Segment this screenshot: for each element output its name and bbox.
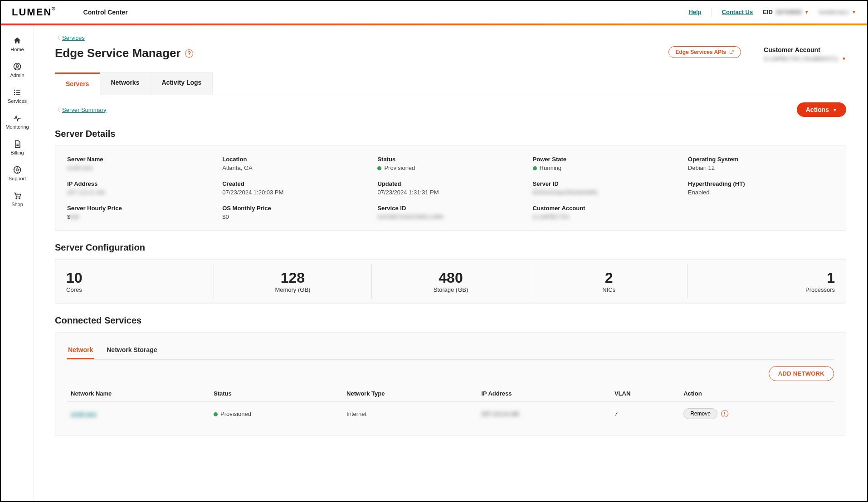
network-name-link[interactable]: smith-test [71, 410, 96, 417]
config-label: Cores [66, 286, 203, 293]
config-cell: 2NICs [530, 264, 688, 299]
status-dot-icon [533, 166, 537, 170]
remove-button[interactable]: Remove [683, 408, 717, 419]
tab-activity-logs[interactable]: Activity Logs [151, 72, 213, 95]
sidebar-item-monitoring[interactable]: Monitoring [1, 109, 34, 135]
edge-apis-button[interactable]: Edge Services APIs [668, 46, 741, 58]
sidebar-item-support[interactable]: Support [1, 161, 34, 187]
help-icon[interactable]: ? [185, 49, 193, 58]
config-value: 480 [383, 270, 519, 286]
config-cell: 480Storage (GB) [371, 264, 530, 299]
chevron-left-icon: 〈 [55, 106, 60, 114]
detail-cell: Customer AccountS-LMPBC75X [533, 205, 679, 220]
config-label: Memory (GB) [225, 286, 361, 293]
svg-point-1 [16, 65, 19, 67]
network-table: Network NameStatusNetwork TypeIP Address… [67, 386, 834, 425]
detail-cell: Created07/23/2024 1:20:03 PM [222, 180, 368, 196]
actions-button[interactable]: Actions ▼ [797, 102, 846, 117]
table-header: VLAN [611, 386, 680, 402]
main-tabs: Servers Networks Activity Logs [55, 72, 846, 95]
detail-value: S-LMPBC75X [533, 213, 679, 220]
config-cell: 10Cores [55, 264, 214, 299]
topbar: LUMEN® Control Center Help Contact Us EI… [1, 1, 867, 24]
detail-value: Running [533, 164, 679, 171]
detail-label: Power State [533, 156, 679, 163]
config-label: Storage (GB) [383, 286, 519, 293]
detail-cell: Service IDGA/SBCS/042395/LUMN [377, 205, 523, 220]
customer-account-dropdown[interactable]: S-LMPBC75X (TestBMACC) ▼ [764, 55, 846, 62]
chevron-down-icon: ▼ [852, 10, 856, 14]
detail-cell: Power StateRunning [533, 156, 679, 171]
detail-cell: Hyperthreading (HT)Enabled [688, 180, 834, 196]
breadcrumb[interactable]: 〈 Services [55, 34, 85, 42]
tab-networks[interactable]: Networks [100, 72, 151, 95]
status-dot-icon [377, 166, 381, 170]
detail-label: Updated [377, 180, 523, 187]
detail-label: Status [377, 156, 523, 163]
chevron-down-icon: ▼ [842, 56, 846, 61]
eid-dropdown[interactable]: EID 16743826 ▼ [763, 9, 809, 15]
help-link[interactable]: Help [688, 9, 701, 15]
detail-value: 07/23/2024 1:31:31 PM [377, 189, 523, 196]
detail-cell: Server Hourly Price$0.0 [67, 205, 213, 220]
config-value: 128 [225, 270, 361, 286]
detail-value: $0 [222, 213, 368, 220]
separator [712, 8, 712, 17]
detail-cell: Operating SystemDebian 12 [688, 156, 834, 171]
detail-label: Service ID [377, 205, 523, 212]
sidebar-item-admin[interactable]: Admin [1, 58, 34, 83]
cart-icon [13, 191, 22, 200]
external-link-icon [729, 49, 734, 55]
svg-point-2 [14, 90, 15, 91]
sub-breadcrumb[interactable]: 〈 Server Summary [55, 106, 107, 114]
config-value: 1 [699, 270, 835, 286]
config-value: 10 [66, 270, 203, 286]
status-dot-icon [214, 412, 218, 416]
config-cell: 1Processors [688, 264, 846, 299]
table-header: IP Address [478, 386, 611, 402]
chevron-left-icon: 〈 [55, 34, 60, 42]
detail-value: $0.0 [67, 213, 213, 220]
sidebar-item-services[interactable]: Services [1, 83, 34, 109]
detail-value: 07/23/2024 1:20:03 PM [222, 189, 368, 196]
sidebar: Home Admin Services Monitoring Billing S… [1, 25, 34, 501]
chevron-down-icon: ▼ [833, 107, 837, 112]
sidebar-item-home[interactable]: Home [1, 32, 34, 58]
add-network-button[interactable]: ADD NETWORK [769, 366, 834, 381]
detail-value: GA/SBCS/042395/LUMN [377, 213, 523, 220]
svg-rect-3 [16, 90, 20, 91]
detail-value: smith-test [67, 164, 213, 171]
detail-label: Server Name [67, 156, 213, 163]
customer-account-label: Customer Account [764, 46, 846, 53]
detail-cell: Server ID603f1424ae250c8e046f1 [533, 180, 679, 196]
table-header: Network Type [343, 386, 478, 402]
inner-tab-network[interactable]: Network [67, 343, 94, 359]
svg-rect-7 [16, 94, 20, 95]
connected-services-title: Connected Services [55, 315, 846, 326]
svg-point-9 [16, 169, 19, 171]
table-header: Action [680, 386, 834, 402]
user-dropdown[interactable]: testdemacc ▼ [819, 9, 856, 15]
detail-label: Hyperthreading (HT) [688, 180, 834, 187]
contact-link[interactable]: Contact Us [722, 9, 753, 15]
detail-cell: Server Namesmith-test [67, 156, 213, 171]
config-label: NICs [541, 286, 677, 293]
detail-cell: LocationAtlanta, GA [222, 156, 368, 171]
sidebar-item-billing[interactable]: Billing [1, 135, 34, 161]
inner-tab-network-storage[interactable]: Network Storage [106, 343, 158, 359]
list-icon [13, 88, 22, 97]
support-icon [13, 165, 22, 174]
server-config-title: Server Configuration [55, 242, 846, 253]
detail-label: Created [222, 180, 368, 187]
table-header: Status [210, 386, 343, 402]
config-value: 2 [541, 270, 677, 286]
detail-cell: OS Monthly Price$0 [222, 205, 368, 220]
tab-servers[interactable]: Servers [55, 72, 100, 95]
detail-label: Location [222, 156, 368, 163]
warning-icon[interactable]: ! [721, 410, 728, 417]
svg-point-11 [19, 198, 20, 199]
detail-value: Enabled [688, 189, 834, 196]
detail-value: Provisioned [377, 164, 523, 171]
home-icon [13, 36, 22, 45]
sidebar-item-shop[interactable]: Shop [1, 187, 34, 212]
